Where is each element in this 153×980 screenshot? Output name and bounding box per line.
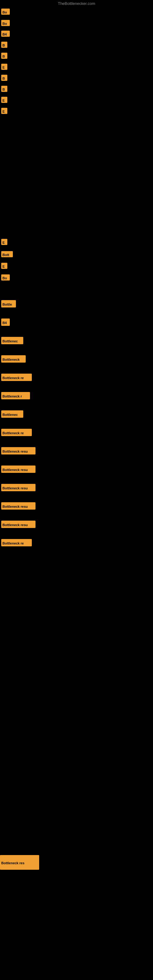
badge-b8: B [1, 86, 7, 92]
badge-b29: Bottleneck res [0, 855, 39, 870]
badge-b12: Bott [1, 251, 13, 257]
badge-b26: Bottleneck resu [1, 502, 35, 510]
badge-b13: E [1, 263, 7, 269]
badge-b10: E [1, 108, 7, 114]
site-title: TheBottlenecker.com [58, 1, 95, 6]
badge-b24: Bottleneck resu [1, 466, 35, 473]
badge-b23: Bottleneck resu [1, 447, 35, 455]
badge-b11: E [1, 239, 7, 245]
badge-b25: Bottleneck resu [1, 484, 35, 491]
badge-b19: Bottleneck re [1, 374, 32, 381]
badge-b22: Bottleneck re [1, 429, 32, 436]
badge-b20: Bottleneck r [1, 392, 30, 399]
badge-b17: Bottlenec [1, 337, 23, 344]
badge-b18: Bottleneck [1, 355, 26, 363]
badge-b3: B4 [1, 30, 10, 37]
badge-b14: Bo [1, 274, 10, 280]
badge-b2: Bo [1, 20, 10, 26]
badge-b6: E [1, 64, 7, 70]
badge-b5: B [1, 52, 7, 59]
badge-b27: Bottleneck resu [1, 520, 35, 528]
badge-b16: B4 [1, 318, 10, 326]
badge-b9: E [1, 97, 7, 103]
badge-b15: Bottle [1, 300, 16, 307]
badge-b21: Bottlenec [1, 410, 23, 418]
badge-b28: Bottleneck re [1, 539, 32, 546]
badge-b1: Bo [1, 9, 10, 15]
badge-b7: B [1, 75, 7, 81]
badge-b4: B [1, 41, 7, 48]
